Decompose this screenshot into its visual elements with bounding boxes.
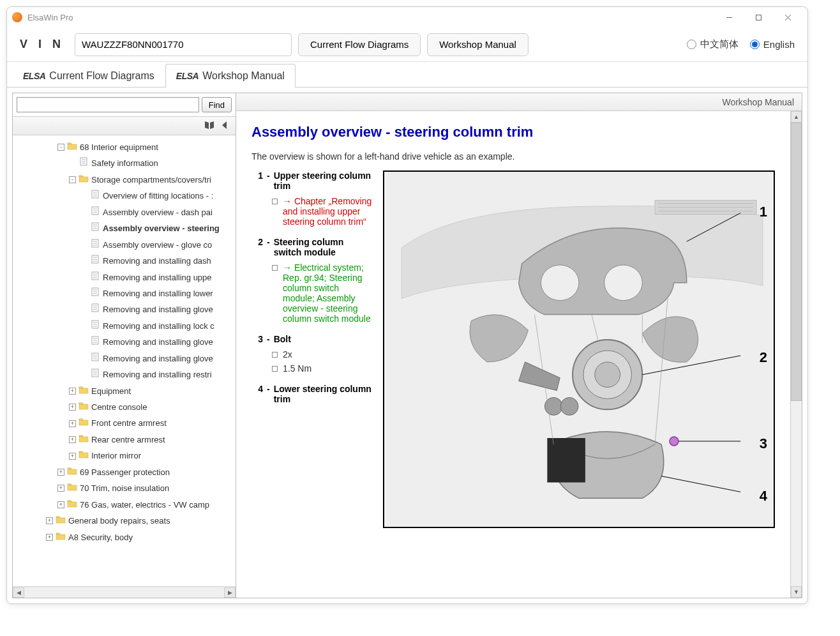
tab-current-flow-diagrams[interactable]: ELSA Current Flow Diagrams <box>12 64 165 87</box>
expand-icon[interactable]: + <box>69 420 76 427</box>
expand-icon[interactable]: + <box>69 404 76 411</box>
maximize-button[interactable] <box>744 7 773 27</box>
minimize-button[interactable] <box>714 7 744 27</box>
scroll-down-arrow[interactable]: ▼ <box>791 586 802 598</box>
collapse-icon[interactable]: - <box>57 144 64 151</box>
tab-workshop-manual[interactable]: ELSA Workshop Manual <box>165 64 296 87</box>
scroll-right-arrow[interactable]: ▶ <box>224 587 236 598</box>
tree-spacer <box>80 355 87 362</box>
tree-label: Removing and installing glove <box>103 352 213 365</box>
tree-node[interactable]: +70 Trim, noise insulation <box>14 480 236 496</box>
navigation-tree[interactable]: -68 Interior equipmentSafety information… <box>13 135 236 586</box>
tree-label: General body repairs, seats <box>68 514 170 527</box>
elsa-logo: ELSA <box>23 71 45 81</box>
svg-point-61 <box>541 265 579 301</box>
expand-icon[interactable]: + <box>57 485 64 492</box>
collapse-icon[interactable]: - <box>69 176 76 183</box>
vin-input[interactable] <box>75 33 292 56</box>
tree-node[interactable]: +General body repairs, seats <box>14 513 236 529</box>
document-icon <box>90 319 103 333</box>
vertical-scrollbar[interactable]: ▲ ▼ <box>790 111 802 598</box>
svg-point-67 <box>560 397 578 415</box>
tree-node[interactable]: Removing and installing lock c <box>14 318 236 334</box>
tree-spacer <box>69 160 76 167</box>
close-button[interactable] <box>773 7 802 27</box>
expand-icon[interactable]: + <box>57 469 64 476</box>
tree-node[interactable]: -68 Interior equipment <box>14 139 236 155</box>
tree-node[interactable]: +Equipment <box>14 383 236 399</box>
expand-icon[interactable]: + <box>69 453 76 460</box>
workshop-manual-button[interactable]: Workshop Manual <box>427 33 529 56</box>
horizontal-scrollbar[interactable]: ◀ ▶ <box>13 586 236 598</box>
radio-icon <box>750 40 760 49</box>
tree-label: Safety information <box>91 156 158 170</box>
search-input[interactable] <box>17 97 199 112</box>
expand-icon[interactable]: + <box>46 534 53 541</box>
tree-node[interactable]: +Centre console <box>14 399 236 415</box>
scroll-thumb[interactable] <box>791 123 802 401</box>
tree-node[interactable]: Overview of fitting locations - : <box>14 188 236 204</box>
tree-node[interactable]: +Rear centre armrest <box>14 432 236 448</box>
page-title: Assembly overview - steering column trim <box>251 124 775 140</box>
content-header: Workshop Manual <box>236 93 802 111</box>
book-icon[interactable] <box>204 119 215 133</box>
tree-node[interactable]: Removing and installing dash <box>14 253 236 269</box>
sidebar-icon-row <box>13 116 236 135</box>
expand-icon[interactable]: + <box>46 517 53 524</box>
sidebar: Find -68 Interior equipmentSafety inform… <box>13 93 236 598</box>
lang-label-en: English <box>763 39 795 50</box>
tree-node[interactable]: +Interior mirror <box>14 448 236 464</box>
tree-node[interactable]: Assembly overview - glove co <box>14 237 236 253</box>
svg-point-66 <box>544 397 562 415</box>
tree-node[interactable]: Removing and installing lower <box>14 285 236 301</box>
tree-node[interactable]: Removing and installing glove <box>14 351 236 367</box>
prev-icon[interactable] <box>219 119 230 133</box>
content-header-title: Workshop Manual <box>722 97 794 107</box>
tree-label: 70 Trim, noise insulation <box>80 481 169 495</box>
cross-reference-link[interactable]: → Electrical system; Rep. gr.94; Steerin… <box>283 262 373 324</box>
folder-icon <box>67 481 80 495</box>
tree-node[interactable]: +Front centre armrest <box>14 415 236 431</box>
main-tabs: ELSA Current Flow Diagrams ELSA Workshop… <box>7 62 807 87</box>
expand-icon[interactable]: + <box>57 501 64 508</box>
tree-label: Interior mirror <box>91 449 141 462</box>
tree-label: Centre console <box>91 400 147 414</box>
expand-icon[interactable]: + <box>69 388 76 395</box>
tree-spacer <box>80 274 87 281</box>
tree-label: Assembly overview - steering <box>103 222 220 235</box>
cross-reference-link[interactable]: → Chapter „Removing and installing upper… <box>283 196 373 227</box>
callout-2: 2 <box>760 349 767 366</box>
tree-node[interactable]: Assembly overview - steering <box>14 220 236 236</box>
document-icon <box>90 303 103 316</box>
tree-node[interactable]: Removing and installing glove <box>14 301 236 317</box>
callout-4: 4 <box>760 488 767 504</box>
find-button[interactable]: Find <box>202 97 232 112</box>
tree-node[interactable]: Removing and installing restri <box>14 367 236 382</box>
tree-node[interactable]: Removing and installing uppe <box>14 269 236 285</box>
lang-option-en[interactable]: English <box>750 39 795 50</box>
content-pane: Workshop Manual Assembly overview - stee… <box>236 93 802 598</box>
diagram-svg <box>384 172 774 527</box>
folder-icon <box>67 140 80 154</box>
document-icon <box>90 206 103 219</box>
body: Find -68 Interior equipmentSafety inform… <box>12 93 802 598</box>
tree-node[interactable]: +76 Gas, water, electrics - VW camp <box>14 497 236 513</box>
scroll-up-arrow[interactable]: ▲ <box>791 111 802 123</box>
tree-label: A8 Security, body <box>68 531 133 544</box>
tree-node[interactable]: +69 Passenger protection <box>14 464 236 480</box>
folder-icon <box>56 531 68 544</box>
tree-node[interactable]: +A8 Security, body <box>14 529 236 545</box>
tree-node[interactable]: -Storage compartments/covers/tri <box>14 172 236 188</box>
tree-label: Equipment <box>91 384 131 398</box>
tree-node[interactable]: Safety information <box>14 155 236 171</box>
vin-label: V I N <box>20 38 64 51</box>
lang-option-cn[interactable]: 中文简体 <box>687 38 739 50</box>
tree-label: Storage compartments/covers/tri <box>91 173 211 186</box>
tree-node[interactable]: Removing and installing glove <box>14 334 236 350</box>
scroll-left-arrow[interactable]: ◀ <box>13 587 24 598</box>
current-flow-diagrams-button[interactable]: Current Flow Diagrams <box>298 33 421 56</box>
item-dash: - <box>267 237 270 257</box>
expand-icon[interactable]: + <box>69 436 76 443</box>
callout-1: 1 <box>760 204 767 220</box>
tree-node[interactable]: Assembly overview - dash pai <box>14 204 236 220</box>
